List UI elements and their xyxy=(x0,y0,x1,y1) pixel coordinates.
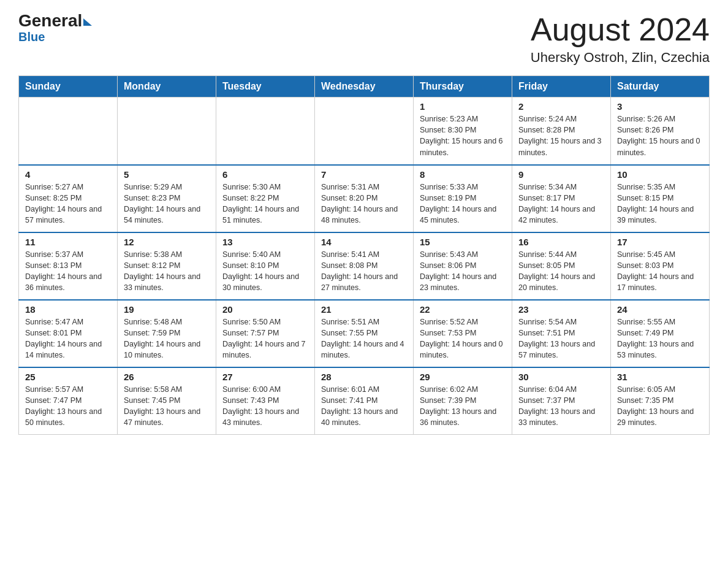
table-row: 1Sunrise: 5:23 AM Sunset: 8:30 PM Daylig… xyxy=(414,98,512,165)
day-info: Sunrise: 5:48 AM Sunset: 7:59 PM Dayligh… xyxy=(124,316,210,361)
location-title: Uhersky Ostroh, Zlin, Czechia xyxy=(531,50,710,66)
table-row xyxy=(315,98,414,165)
col-tuesday: Tuesday xyxy=(216,76,315,98)
day-number: 7 xyxy=(321,169,407,180)
day-info: Sunrise: 5:34 AM Sunset: 8:17 PM Dayligh… xyxy=(518,182,604,226)
day-info: Sunrise: 5:52 AM Sunset: 7:53 PM Dayligh… xyxy=(420,316,506,361)
day-info: Sunrise: 5:26 AM Sunset: 8:26 PM Dayligh… xyxy=(617,113,703,158)
day-info: Sunrise: 5:38 AM Sunset: 8:12 PM Dayligh… xyxy=(124,249,210,294)
day-info: Sunrise: 5:54 AM Sunset: 7:51 PM Dayligh… xyxy=(518,316,604,361)
table-row: 27Sunrise: 6:00 AM Sunset: 7:43 PM Dayli… xyxy=(216,367,315,435)
day-number: 16 xyxy=(518,237,604,247)
day-info: Sunrise: 5:58 AM Sunset: 7:45 PM Dayligh… xyxy=(124,384,210,429)
col-monday: Monday xyxy=(118,76,216,98)
table-row: 23Sunrise: 5:54 AM Sunset: 7:51 PM Dayli… xyxy=(512,300,611,367)
day-info: Sunrise: 5:23 AM Sunset: 8:30 PM Dayligh… xyxy=(420,113,506,158)
day-info: Sunrise: 5:31 AM Sunset: 8:20 PM Dayligh… xyxy=(321,182,407,226)
table-row: 4Sunrise: 5:27 AM Sunset: 8:25 PM Daylig… xyxy=(19,165,118,232)
day-info: Sunrise: 5:50 AM Sunset: 7:57 PM Dayligh… xyxy=(222,316,308,361)
day-number: 24 xyxy=(617,304,703,315)
table-row: 5Sunrise: 5:29 AM Sunset: 8:23 PM Daylig… xyxy=(118,165,216,232)
day-number: 17 xyxy=(617,237,703,247)
header-row: Sunday Monday Tuesday Wednesday Thursday… xyxy=(19,76,710,98)
title-area: August 2024 Uhersky Ostroh, Zlin, Czechi… xyxy=(531,12,710,66)
day-number: 26 xyxy=(124,372,210,382)
header: General Blue August 2024 Uhersky Ostroh,… xyxy=(18,12,710,66)
table-row: 21Sunrise: 5:51 AM Sunset: 7:55 PM Dayli… xyxy=(315,300,414,367)
logo-blue-text: Blue xyxy=(18,31,45,43)
day-number: 15 xyxy=(420,237,506,247)
calendar-table: Sunday Monday Tuesday Wednesday Thursday… xyxy=(18,75,710,435)
table-row: 18Sunrise: 5:47 AM Sunset: 8:01 PM Dayli… xyxy=(19,300,118,367)
table-row: 8Sunrise: 5:33 AM Sunset: 8:19 PM Daylig… xyxy=(414,165,512,232)
day-info: Sunrise: 5:33 AM Sunset: 8:19 PM Dayligh… xyxy=(420,182,506,226)
table-row: 26Sunrise: 5:58 AM Sunset: 7:45 PM Dayli… xyxy=(118,367,216,435)
day-info: Sunrise: 5:29 AM Sunset: 8:23 PM Dayligh… xyxy=(124,182,210,226)
month-title: August 2024 xyxy=(531,12,710,47)
table-row: 13Sunrise: 5:40 AM Sunset: 8:10 PM Dayli… xyxy=(216,232,315,300)
day-number: 3 xyxy=(617,101,703,112)
table-row: 28Sunrise: 6:01 AM Sunset: 7:41 PM Dayli… xyxy=(315,367,414,435)
calendar-row: 11Sunrise: 5:37 AM Sunset: 8:13 PM Dayli… xyxy=(19,232,710,300)
table-row: 25Sunrise: 5:57 AM Sunset: 7:47 PM Dayli… xyxy=(19,367,118,435)
day-number: 6 xyxy=(222,169,308,180)
day-number: 20 xyxy=(222,304,308,315)
logo: General Blue xyxy=(18,12,92,43)
day-info: Sunrise: 5:44 AM Sunset: 8:05 PM Dayligh… xyxy=(518,249,604,294)
col-thursday: Thursday xyxy=(414,76,512,98)
day-info: Sunrise: 5:40 AM Sunset: 8:10 PM Dayligh… xyxy=(222,249,308,294)
day-number: 23 xyxy=(518,304,604,315)
calendar-row: 1Sunrise: 5:23 AM Sunset: 8:30 PM Daylig… xyxy=(19,98,710,165)
table-row: 11Sunrise: 5:37 AM Sunset: 8:13 PM Dayli… xyxy=(19,232,118,300)
day-info: Sunrise: 5:51 AM Sunset: 7:55 PM Dayligh… xyxy=(321,316,407,361)
day-number: 28 xyxy=(321,372,407,382)
day-info: Sunrise: 5:45 AM Sunset: 8:03 PM Dayligh… xyxy=(617,249,703,294)
table-row: 22Sunrise: 5:52 AM Sunset: 7:53 PM Dayli… xyxy=(414,300,512,367)
table-row: 30Sunrise: 6:04 AM Sunset: 7:37 PM Dayli… xyxy=(512,367,611,435)
day-number: 8 xyxy=(420,169,506,180)
table-row: 31Sunrise: 6:05 AM Sunset: 7:35 PM Dayli… xyxy=(611,367,710,435)
day-number: 5 xyxy=(124,169,210,180)
table-row: 14Sunrise: 5:41 AM Sunset: 8:08 PM Dayli… xyxy=(315,232,414,300)
day-info: Sunrise: 5:43 AM Sunset: 8:06 PM Dayligh… xyxy=(420,249,506,294)
table-row: 20Sunrise: 5:50 AM Sunset: 7:57 PM Dayli… xyxy=(216,300,315,367)
day-number: 11 xyxy=(25,237,111,247)
col-saturday: Saturday xyxy=(611,76,710,98)
day-info: Sunrise: 5:55 AM Sunset: 7:49 PM Dayligh… xyxy=(617,316,703,361)
day-number: 27 xyxy=(222,372,308,382)
day-info: Sunrise: 5:24 AM Sunset: 8:28 PM Dayligh… xyxy=(518,113,604,158)
day-info: Sunrise: 5:47 AM Sunset: 8:01 PM Dayligh… xyxy=(25,316,111,361)
table-row xyxy=(19,98,118,165)
table-row: 9Sunrise: 5:34 AM Sunset: 8:17 PM Daylig… xyxy=(512,165,611,232)
day-number: 10 xyxy=(617,169,703,180)
table-row: 19Sunrise: 5:48 AM Sunset: 7:59 PM Dayli… xyxy=(118,300,216,367)
table-row: 17Sunrise: 5:45 AM Sunset: 8:03 PM Dayli… xyxy=(611,232,710,300)
table-row: 7Sunrise: 5:31 AM Sunset: 8:20 PM Daylig… xyxy=(315,165,414,232)
day-info: Sunrise: 6:02 AM Sunset: 7:39 PM Dayligh… xyxy=(420,384,506,429)
day-info: Sunrise: 5:57 AM Sunset: 7:47 PM Dayligh… xyxy=(25,384,111,429)
day-number: 13 xyxy=(222,237,308,247)
calendar-row: 4Sunrise: 5:27 AM Sunset: 8:25 PM Daylig… xyxy=(19,165,710,232)
day-number: 30 xyxy=(518,372,604,382)
day-number: 21 xyxy=(321,304,407,315)
day-info: Sunrise: 5:30 AM Sunset: 8:22 PM Dayligh… xyxy=(222,182,308,226)
day-number: 1 xyxy=(420,101,506,112)
day-info: Sunrise: 5:35 AM Sunset: 8:15 PM Dayligh… xyxy=(617,182,703,226)
day-info: Sunrise: 5:27 AM Sunset: 8:25 PM Dayligh… xyxy=(25,182,111,226)
day-info: Sunrise: 6:05 AM Sunset: 7:35 PM Dayligh… xyxy=(617,384,703,429)
calendar-row: 18Sunrise: 5:47 AM Sunset: 8:01 PM Dayli… xyxy=(19,300,710,367)
day-info: Sunrise: 6:04 AM Sunset: 7:37 PM Dayligh… xyxy=(518,384,604,429)
table-row xyxy=(118,98,216,165)
day-info: Sunrise: 5:41 AM Sunset: 8:08 PM Dayligh… xyxy=(321,249,407,294)
table-row: 6Sunrise: 5:30 AM Sunset: 8:22 PM Daylig… xyxy=(216,165,315,232)
day-number: 9 xyxy=(518,169,604,180)
day-number: 31 xyxy=(617,372,703,382)
table-row: 3Sunrise: 5:26 AM Sunset: 8:26 PM Daylig… xyxy=(611,98,710,165)
day-number: 22 xyxy=(420,304,506,315)
day-info: Sunrise: 6:01 AM Sunset: 7:41 PM Dayligh… xyxy=(321,384,407,429)
day-number: 29 xyxy=(420,372,506,382)
day-number: 2 xyxy=(518,101,604,112)
day-info: Sunrise: 5:37 AM Sunset: 8:13 PM Dayligh… xyxy=(25,249,111,294)
day-number: 25 xyxy=(25,372,111,382)
day-number: 4 xyxy=(25,169,111,180)
